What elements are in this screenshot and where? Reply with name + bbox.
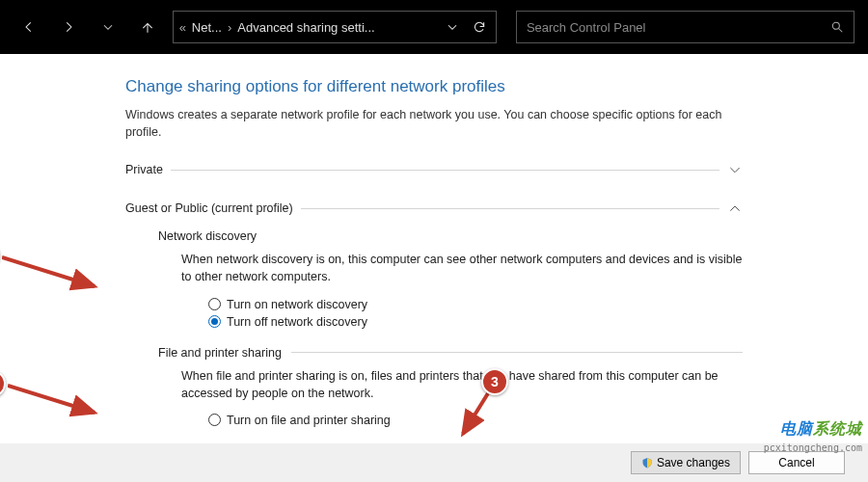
file-sharing-label: File and printer sharing: [158, 346, 743, 360]
svg-point-0: [832, 22, 839, 29]
radio-turn-off-discovery[interactable]: Turn off network discovery: [208, 315, 743, 329]
breadcrumb-prev[interactable]: Net...: [192, 20, 222, 35]
chevron-up-icon[interactable]: [727, 201, 743, 216]
radio-icon[interactable]: [208, 414, 221, 426]
svg-line-1: [2, 257, 95, 286]
chevron-down-icon[interactable]: [727, 162, 743, 177]
footer-bar: Save changes Cancel: [0, 443, 868, 482]
forward-button[interactable]: [53, 12, 83, 42]
divider: [301, 208, 719, 209]
save-changes-button[interactable]: Save changes: [631, 451, 741, 474]
network-discovery-label: Network discovery: [158, 229, 743, 243]
accordion-public[interactable]: Guest or Public (current profile) Networ…: [125, 197, 743, 427]
watermark-url: pcxitongcheng.com: [764, 442, 862, 453]
search-input[interactable]: [527, 20, 830, 35]
radio-label: Turn off network discovery: [227, 315, 367, 329]
back-button[interactable]: [14, 12, 43, 42]
search-icon[interactable]: [830, 20, 844, 34]
up-button[interactable]: [132, 12, 162, 42]
radio-label: Turn on file and printer sharing: [227, 414, 391, 427]
radio-label: Turn on network discovery: [227, 298, 367, 311]
radio-turn-on-discovery[interactable]: Turn on network discovery: [208, 298, 743, 311]
refresh-button[interactable]: [469, 12, 490, 42]
breadcrumb-bar[interactable]: « Net... › Advanced sharing setti...: [173, 11, 497, 43]
cancel-button[interactable]: Cancel: [748, 451, 845, 474]
radio-turn-on-file-sharing[interactable]: Turn on file and printer sharing: [208, 414, 743, 427]
breadcrumb-history-icon[interactable]: «: [179, 20, 186, 35]
network-discovery-desc: When network discovery is on, this compu…: [181, 251, 743, 285]
divider: [171, 170, 719, 171]
annotation-arrow-2: [8, 382, 104, 420]
svg-line-2: [8, 386, 95, 413]
breadcrumb-dropdown[interactable]: [442, 12, 463, 42]
page-title: Change sharing options for different net…: [125, 77, 743, 96]
annotation-bubble-2: 2: [0, 370, 6, 397]
file-sharing-desc: When file and printer sharing is on, fil…: [181, 367, 743, 402]
search-box[interactable]: [516, 11, 854, 43]
shield-icon: [641, 457, 653, 469]
accordion-public-label: Guest or Public (current profile): [125, 201, 293, 215]
page-description: Windows creates a separate network profi…: [125, 106, 743, 141]
radio-icon[interactable]: [208, 298, 221, 310]
watermark-logo: 电脑系统城: [780, 419, 862, 440]
annotation-bubble-3: 3: [481, 368, 508, 395]
annotation-arrow-1: [2, 254, 103, 294]
content-area: Change sharing options for different net…: [0, 54, 868, 443]
radio-icon[interactable]: [208, 315, 221, 328]
recent-dropdown[interactable]: [93, 12, 122, 42]
accordion-private[interactable]: Private: [125, 158, 743, 181]
top-navbar: « Net... › Advanced sharing setti...: [0, 0, 868, 54]
divider: [291, 352, 743, 353]
accordion-private-label: Private: [125, 163, 163, 176]
breadcrumb-current[interactable]: Advanced sharing setti...: [237, 20, 374, 35]
breadcrumb-separator-icon: ›: [228, 20, 231, 35]
